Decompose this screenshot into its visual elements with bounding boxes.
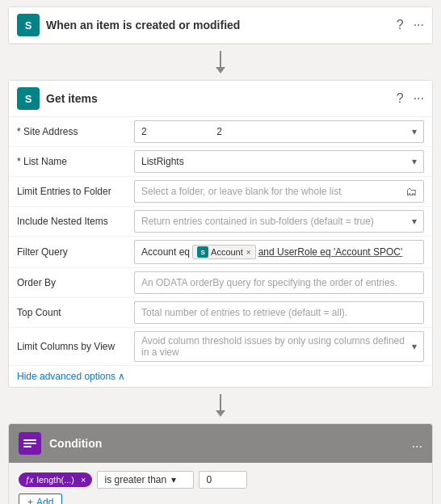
get-items-card: S Get items ? ··· * Site Address 2 2 ▾	[8, 80, 433, 388]
condition-value-input[interactable]	[199, 471, 247, 489]
limit-folder-value: Select a folder, or leave blank for the …	[134, 180, 424, 203]
get-items-more-button[interactable]: ···	[414, 91, 424, 106]
site-address-row: * Site Address 2 2 ▾	[9, 117, 432, 147]
filter-query-label: Filter Query	[17, 246, 134, 258]
list-name-text: ListRights	[141, 156, 184, 167]
limit-columns-row: Limit Columns by View Avoid column thres…	[9, 328, 432, 366]
site-address-value: 2 2 ▾	[134, 120, 424, 143]
limit-columns-value: Avoid column threshold issues by only us…	[134, 331, 424, 362]
filter-query-field[interactable]: Account eq S Account × and UserRole eq '…	[134, 240, 424, 264]
length-token-close-button[interactable]: ×	[81, 475, 86, 485]
arrow-connector-2	[216, 388, 225, 423]
site-address-text: 2 2	[141, 126, 222, 137]
arrow-head-2	[216, 410, 225, 417]
filter-account-eq-text: Account eq	[141, 246, 190, 258]
get-items-help-button[interactable]: ?	[397, 91, 404, 106]
top-count-label: Top Count	[17, 307, 134, 318]
trigger-more-button[interactable]: ···	[414, 18, 424, 32]
order-by-value: An ODATA orderBy query for specifying th…	[134, 271, 424, 294]
list-name-dropdown[interactable]: ListRights ▾	[134, 150, 424, 173]
trigger-icon: S	[17, 14, 40, 36]
get-items-actions: ? ···	[397, 91, 424, 106]
include-nested-dropdown[interactable]: Return entries contained in sub-folders …	[134, 210, 424, 233]
list-name-chevron-icon: ▾	[412, 156, 417, 167]
get-items-form: * Site Address 2 2 ▾ * List Name ListRig…	[9, 117, 432, 387]
operator-chevron-icon: ▾	[171, 474, 176, 485]
site-address-dropdown[interactable]: 2 2 ▾	[134, 120, 424, 143]
site-address-label: * Site Address	[17, 126, 134, 137]
trigger-header: S When an item is created or modified ? …	[9, 7, 432, 44]
list-name-label: * List Name	[17, 156, 134, 167]
limit-columns-dropdown[interactable]: Avoid column threshold issues by only us…	[134, 331, 424, 362]
trigger-help-button[interactable]: ?	[397, 18, 404, 32]
order-by-placeholder: An ODATA orderBy query for specifying th…	[141, 277, 417, 288]
limit-folder-placeholder: Select a folder, or leave blank for the …	[141, 186, 405, 197]
order-by-row: Order By An ODATA orderBy query for spec…	[9, 268, 432, 298]
arrow-line-1	[220, 51, 221, 67]
include-nested-value: Return entries contained in sub-folders …	[134, 210, 424, 233]
top-count-placeholder: Total number of entries to retrieve (def…	[141, 307, 417, 318]
trigger-actions: ? ···	[397, 18, 424, 32]
length-token[interactable]: ƒx length(...) ×	[19, 472, 92, 487]
list-name-value: ListRights ▾	[134, 150, 424, 173]
limit-folder-dropdown[interactable]: Select a folder, or leave blank for the …	[134, 180, 424, 203]
order-by-label: Order By	[17, 277, 134, 288]
filter-suffix-text: and UserRole eq 'Account SPOC'	[258, 246, 403, 258]
get-items-title: Get items	[46, 92, 397, 105]
include-nested-row: Include Nested Items Return entries cont…	[9, 207, 432, 237]
operator-text: is greater than	[104, 474, 166, 485]
include-nested-placeholder: Return entries contained in sub-folders …	[141, 216, 412, 227]
add-plus-icon: +	[27, 497, 33, 504]
condition-body: ƒx length(...) × is greater than ▾ + Add	[9, 463, 432, 504]
filter-token-icon: S	[197, 246, 208, 258]
fx-icon: ƒx	[25, 476, 34, 485]
hide-advanced-row: Hide advanced options ∧	[9, 366, 432, 387]
length-token-text: length(...)	[37, 475, 74, 485]
site-address-chevron-icon: ▾	[412, 126, 417, 137]
condition-more-button[interactable]: ...	[412, 436, 422, 451]
svg-rect-1	[23, 443, 36, 444]
limit-folder-row: Limit Entries to Folder Select a folder,…	[9, 177, 432, 207]
add-button-label: Add	[36, 497, 53, 504]
filter-account-token: S Account ×	[192, 245, 256, 259]
limit-columns-label: Limit Columns by View	[17, 341, 134, 352]
condition-icon-svg	[22, 435, 38, 452]
add-button[interactable]: + Add	[19, 494, 62, 504]
condition-title: Condition	[49, 437, 412, 450]
top-count-input[interactable]: Total number of entries to retrieve (def…	[134, 301, 424, 324]
svg-rect-0	[23, 439, 36, 441]
trigger-title: When an item is created or modified	[46, 19, 397, 32]
add-row: + Add length(outputs('Get_items')?['body…	[19, 494, 422, 504]
main-container: S When an item is created or modified ? …	[0, 0, 441, 504]
limit-folder-label: Limit Entries to Folder	[17, 186, 134, 197]
list-name-row: * List Name ListRights ▾	[9, 147, 432, 177]
top-count-value: Total number of entries to retrieve (def…	[134, 301, 424, 324]
include-nested-chevron-icon: ▾	[412, 216, 417, 227]
limit-columns-chevron-icon: ▾	[412, 341, 417, 352]
arrow-head-1	[216, 67, 225, 74]
hide-advanced-label: Hide advanced options	[17, 371, 116, 382]
arrow-line-2	[220, 394, 221, 410]
filter-token-text: Account	[211, 247, 243, 257]
get-items-header: S Get items ? ···	[9, 81, 432, 117]
hide-advanced-chevron-icon: ∧	[118, 371, 125, 382]
condition-card: Condition ... ƒx length(...) × is greate…	[8, 423, 433, 504]
trigger-card: S When an item is created or modified ? …	[8, 6, 433, 44]
operator-dropdown[interactable]: is greater than ▾	[97, 471, 194, 489]
svg-rect-2	[23, 446, 32, 447]
condition-header: Condition ...	[9, 424, 432, 463]
condition-main-row: ƒx length(...) × is greater than ▾	[19, 471, 422, 489]
filter-query-value: Account eq S Account × and UserRole eq '…	[134, 240, 424, 264]
filter-token-close-button[interactable]: ×	[246, 248, 251, 257]
order-by-input[interactable]: An ODATA orderBy query for specifying th…	[134, 271, 424, 294]
limit-columns-placeholder: Avoid column threshold issues by only us…	[141, 335, 412, 358]
limit-folder-folder-icon: 🗂	[405, 185, 417, 198]
top-count-row: Top Count Total number of entries to ret…	[9, 298, 432, 328]
get-items-icon: S	[17, 87, 40, 110]
arrow-connector-1	[216, 44, 225, 80]
condition-icon	[19, 432, 41, 455]
filter-query-row: Filter Query Account eq S Account × and …	[9, 237, 432, 268]
hide-advanced-button[interactable]: Hide advanced options ∧	[17, 371, 125, 382]
include-nested-label: Include Nested Items	[17, 216, 134, 227]
